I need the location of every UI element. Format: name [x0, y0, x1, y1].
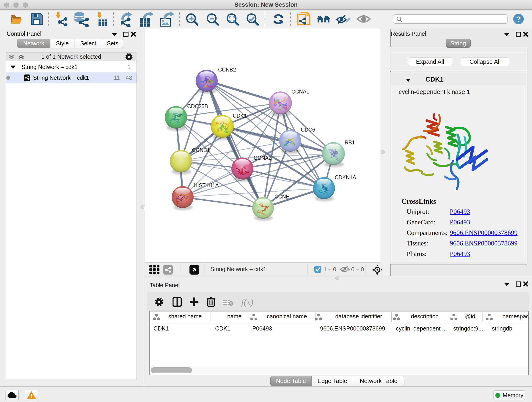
svg-text:CDC25B: CDC25B	[187, 103, 208, 109]
svg-text:CDC6: CDC6	[301, 127, 315, 133]
svg-text:CCNA2: CCNA2	[254, 155, 272, 161]
svg-text:CCNE1: CCNE1	[274, 194, 292, 200]
svg-text:CDK1: CDK1	[233, 113, 247, 119]
svg-text:HIST1H1A: HIST1H1A	[194, 182, 219, 188]
svg-text:CCNB1: CCNB1	[192, 147, 210, 153]
svg-text:CDKN1A: CDKN1A	[335, 174, 356, 180]
svg-text:RB1: RB1	[345, 140, 355, 146]
svg-text:CCNB2: CCNB2	[218, 67, 236, 73]
svg-text:CCNA1: CCNA1	[291, 89, 309, 95]
